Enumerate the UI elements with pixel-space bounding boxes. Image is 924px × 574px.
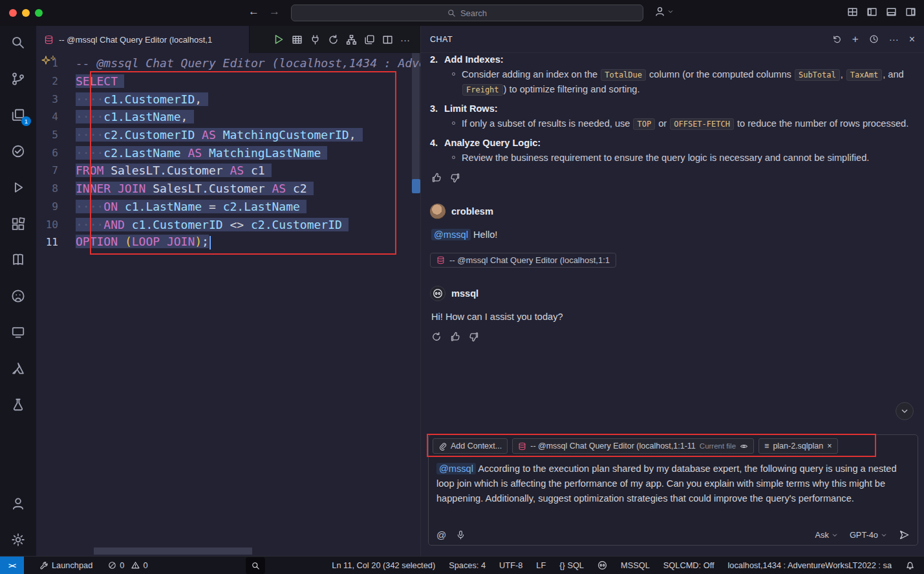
regenerate-icon[interactable]	[431, 332, 442, 342]
sqlcmd-item[interactable]: SQLCMD: Off	[663, 560, 714, 570]
scroll-to-bottom-button[interactable]	[896, 402, 914, 420]
code-line[interactable]: 5····c2.CustomerID AS MatchingCustomerID…	[36, 126, 420, 144]
mic-icon[interactable]	[456, 530, 466, 540]
magnifier-icon	[252, 562, 260, 570]
remote-explorer-icon[interactable]	[10, 324, 27, 340]
split-editor-icon[interactable]	[382, 34, 393, 45]
copilot-status-icon[interactable]	[597, 560, 607, 570]
azure-icon[interactable]	[10, 361, 27, 376]
connection-item[interactable]: localhost,1434 : AdventureWorksLT2022 : …	[728, 560, 892, 570]
code-line[interactable]: 4····c1.LastName,	[36, 108, 420, 126]
status-bar: >< Launchpad 0 0 Ln 11, Col 20 (342 sele…	[0, 556, 924, 574]
launchpad-item[interactable]: Launchpad	[39, 560, 92, 570]
cursor-position-item[interactable]: Ln 11, Col 20 (342 selected)	[332, 560, 435, 570]
close-panel-icon[interactable]: ×	[909, 34, 915, 45]
run-query-button[interactable]	[273, 34, 285, 45]
line-number: 2	[36, 75, 76, 87]
user-avatar	[430, 204, 446, 219]
chat-input-text[interactable]: @mssql According to the execution plan s…	[429, 457, 918, 506]
maximize-window-button[interactable]	[35, 9, 43, 17]
notifications-bell-icon[interactable]	[905, 560, 915, 570]
mention-icon[interactable]: @	[436, 529, 446, 540]
connect-icon[interactable]	[310, 34, 321, 45]
code-line[interactable]: 8INNER JOIN SalesLT.Customer AS c2	[36, 180, 420, 198]
editor-horizontal-scrollbar[interactable]	[94, 547, 252, 555]
thumbs-down-icon[interactable]	[469, 332, 479, 342]
run-debug-icon[interactable]	[10, 180, 27, 195]
thumbs-down-icon[interactable]	[450, 173, 460, 183]
send-button[interactable]	[899, 529, 910, 540]
eol-item[interactable]: LF	[536, 560, 546, 570]
assistant-name: mssql	[451, 288, 478, 299]
more-options-icon[interactable]: ···	[889, 34, 899, 45]
source-control-icon[interactable]	[10, 71, 27, 87]
back-arrow-icon[interactable]: ←	[248, 5, 259, 18]
remote-indicator[interactable]: ><	[0, 557, 24, 574]
thumbs-up-icon[interactable]	[431, 173, 442, 183]
account-menu[interactable]	[654, 6, 674, 17]
history-icon[interactable]	[869, 34, 879, 44]
minimize-window-button[interactable]	[22, 9, 30, 17]
assistant-suggestions-list: 2.Add Indexes:Consider adding an index o…	[430, 54, 915, 165]
search-activity-icon[interactable]	[10, 35, 27, 50]
references-icon[interactable]: 1	[10, 107, 27, 123]
list-item: 3.Limit Rows:If only a subset of results…	[430, 103, 915, 131]
accounts-icon[interactable]	[10, 496, 27, 511]
thumbs-up-icon[interactable]	[450, 332, 460, 342]
new-chat-icon[interactable]: +	[852, 35, 859, 44]
chevron-down-icon	[667, 8, 674, 15]
indentation-item[interactable]: Spaces: 4	[449, 560, 486, 570]
code-line[interactable]: 10····AND c1.CustomerID <> c2.CustomerID	[36, 215, 420, 233]
mssql-item[interactable]: MSSQL	[621, 560, 650, 570]
toggle-sidebar-icon[interactable]	[866, 6, 877, 17]
errors-icon	[108, 561, 116, 569]
extensions-icon[interactable]	[10, 216, 27, 231]
customize-layout-icon[interactable]	[847, 6, 858, 17]
schema-icon[interactable]	[346, 34, 357, 45]
toggle-panel-icon[interactable]	[886, 6, 897, 17]
tools-icon	[39, 561, 48, 570]
editor-vertical-scrollbar[interactable]	[412, 53, 420, 186]
code-line[interactable]: 11OPTION (LOOP JOIN);	[36, 233, 420, 251]
line-number: 10	[36, 218, 76, 231]
language-item[interactable]: {} SQL	[559, 560, 584, 570]
results-grid-icon[interactable]	[292, 34, 303, 45]
model-selector[interactable]: GPT-4o	[850, 530, 887, 540]
plan-file-chip[interactable]: ≡ plan-2.sqlplan ×	[758, 438, 837, 454]
search-icon	[447, 9, 456, 17]
mode-selector[interactable]: Ask	[815, 530, 838, 540]
code-line[interactable]: 6····c2.LastName AS MatchingLastName	[36, 144, 420, 162]
forward-arrow-icon[interactable]: →	[269, 5, 280, 18]
problems-item[interactable]: 0 0	[108, 560, 147, 570]
github-icon[interactable]	[10, 288, 27, 304]
command-center-search[interactable]: Search	[291, 5, 643, 21]
remove-chip-icon[interactable]: ×	[827, 441, 832, 451]
refresh-connection-icon[interactable]	[328, 34, 339, 45]
toggle-secondary-sidebar-icon[interactable]	[905, 6, 916, 17]
settings-gear-icon[interactable]	[10, 532, 27, 547]
code-line[interactable]: 7FROM SalesLT.Customer AS c1	[36, 162, 420, 180]
attached-file-chip[interactable]: -- @mssql Chat Query Editor (localhost,1…	[430, 253, 616, 268]
code-line[interactable]: 2SELECT	[36, 72, 420, 90]
testing-icon[interactable]	[10, 144, 27, 159]
code-line[interactable]: 9····ON c1.LastName = c2.LastName	[36, 198, 420, 216]
designer-icon[interactable]	[364, 34, 375, 45]
undo-icon[interactable]	[832, 34, 842, 44]
line-number: 11	[36, 236, 76, 248]
copilot-sparkle-icon[interactable]	[41, 56, 56, 67]
code-editor[interactable]: 1-- @mssql Chat Query Editor (localhost,…	[36, 53, 420, 556]
add-context-button[interactable]: Add Context...	[433, 438, 508, 454]
mssql-extension-icon[interactable]	[10, 397, 27, 412]
tab-mssql-chat-query-editor[interactable]: -- @mssql Chat Query Editor (localhost,1	[36, 26, 250, 53]
attached-file-label: -- @mssql Chat Query Editor (localhost,1…	[449, 255, 610, 265]
current-file-chip[interactable]: -- @mssql Chat Query Editor (localhost,1…	[512, 438, 754, 454]
encoding-item[interactable]: UTF-8	[499, 560, 522, 570]
code-line[interactable]: 1-- @mssql Chat Query Editor (localhost,…	[36, 54, 420, 72]
chat-input-container[interactable]: Add Context... -- @mssql Chat Query Edit…	[428, 434, 918, 546]
eye-icon[interactable]	[740, 442, 748, 451]
more-actions-icon[interactable]: ···	[400, 34, 410, 45]
code-line[interactable]: 3····c1.CustomerID,	[36, 90, 420, 108]
close-window-button[interactable]	[9, 9, 17, 17]
tab-title: -- @mssql Chat Query Editor (localhost,1	[59, 35, 212, 45]
docs-icon[interactable]	[10, 252, 27, 268]
